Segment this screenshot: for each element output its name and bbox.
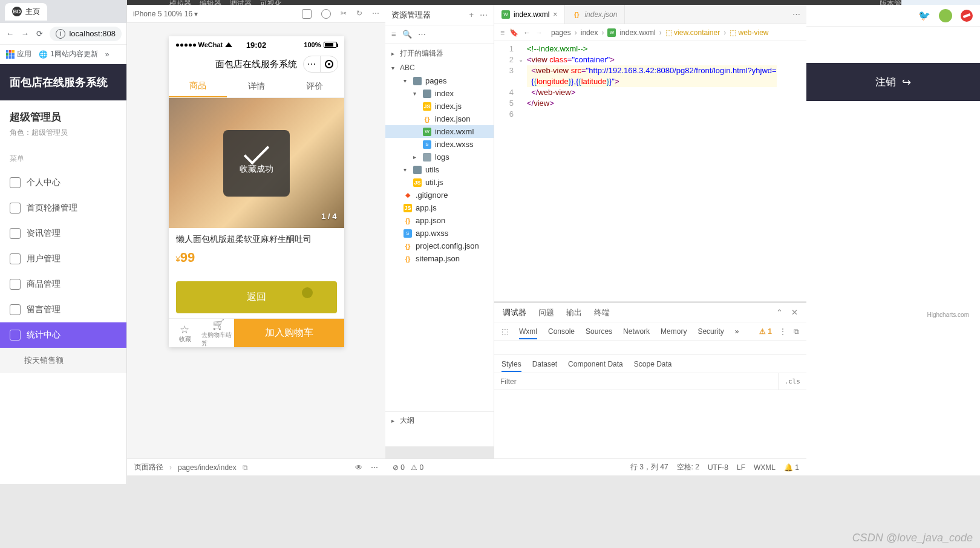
file-app-json[interactable]: {}app.json	[385, 214, 494, 227]
screenshot-icon[interactable]	[302, 9, 312, 19]
styletab-styles[interactable]: Styles	[501, 360, 521, 372]
apps-button[interactable]: 应用	[6, 49, 31, 59]
bird-icon[interactable]: 🐦	[918, 10, 930, 21]
sidebar-item-banner[interactable]: 首页轮播管理	[0, 195, 126, 221]
file-index-wxml[interactable]: Windex.wxml	[385, 125, 494, 138]
tab-product[interactable]: 商品	[169, 75, 227, 97]
sidebar-item-products[interactable]: 商品管理	[0, 272, 126, 297]
back-icon[interactable]: ←	[5, 27, 15, 41]
more-icon[interactable]: ⋯	[372, 9, 379, 19]
file-sitemap[interactable]: {}sitemap.json	[385, 252, 494, 265]
sidebar-item-stats[interactable]: 统计中心	[0, 322, 126, 348]
avatar-icon[interactable]	[939, 9, 952, 22]
tab-debugger[interactable]: 调试器	[503, 307, 526, 318]
collapse-icon[interactable]: ≡	[391, 30, 396, 39]
inspect-icon[interactable]: ⬚	[501, 327, 508, 336]
forward-icon[interactable]: →	[20, 27, 30, 41]
lang-info[interactable]: WXML	[754, 463, 776, 472]
warning-badge[interactable]: ⚠ 1	[759, 327, 772, 336]
browser-tab[interactable]: BD 主页	[5, 3, 47, 21]
file-app-wxss[interactable]: Sapp.wxss	[385, 227, 494, 240]
bc-webview[interactable]: ⬚ web-view	[730, 28, 768, 37]
product-image[interactable]: 1 / 4 收藏成功	[169, 98, 344, 228]
folder-utils[interactable]: ▾utils	[385, 163, 494, 176]
notification-count[interactable]: 🔔 1	[784, 463, 799, 472]
folder-logs[interactable]: ▸logs	[385, 151, 494, 163]
capsule-close-icon[interactable]	[321, 56, 338, 72]
file-app-js[interactable]: JSapp.js	[385, 201, 494, 214]
copy-path-icon[interactable]: ⧉	[243, 463, 248, 472]
devtab-wxml[interactable]: Wxml	[519, 327, 537, 339]
sidebar-item-users[interactable]: 用户管理	[0, 246, 126, 272]
sidebar-item-profile[interactable]: 个人中心	[0, 170, 126, 195]
styles-filter-input[interactable]	[494, 373, 778, 390]
devtab-console[interactable]: Console	[548, 327, 575, 336]
collapse-icon[interactable]: ⌃	[776, 308, 783, 317]
tab-review[interactable]: 评价	[286, 75, 344, 97]
devtab-memory[interactable]: Memory	[661, 327, 687, 336]
rotate-icon[interactable]: ↻	[356, 9, 362, 19]
styletab-dataset[interactable]: Dataset	[532, 360, 557, 368]
editor-tab-json[interactable]: {} index.json	[565, 5, 625, 24]
warning-count[interactable]: ⚠ 0	[411, 463, 423, 472]
reload-icon[interactable]: ⟳	[35, 27, 45, 41]
back-button[interactable]: 返回	[176, 281, 337, 313]
tab-problems[interactable]: 问题	[538, 307, 554, 318]
devtab-sources[interactable]: Sources	[586, 327, 612, 336]
indent-info[interactable]: 空格: 2	[677, 462, 699, 472]
bc-back-icon[interactable]: ←	[523, 28, 531, 37]
sidebar-item-news[interactable]: 资讯管理	[0, 221, 126, 246]
editor-more-icon[interactable]: ⋯	[792, 10, 800, 19]
record-icon[interactable]	[321, 9, 331, 19]
devtab-network[interactable]: Network	[623, 327, 650, 336]
cut-icon[interactable]: ✂	[341, 9, 347, 19]
file-project-config[interactable]: {}project.config.json	[385, 240, 494, 252]
search-more-icon[interactable]: ⋯	[418, 30, 426, 39]
open-editors-section[interactable]: ▸打开的编辑器	[385, 46, 494, 61]
bookmark-more[interactable]: »	[105, 50, 109, 59]
sidebar-item-messages[interactable]: 留言管理	[0, 297, 126, 322]
tab-terminal[interactable]: 终端	[594, 307, 610, 318]
encoding-info[interactable]: UTF-8	[708, 463, 728, 472]
more-icon[interactable]: ⋯	[371, 463, 378, 472]
favorite-button[interactable]: 收藏	[169, 319, 201, 347]
sidebar-subitem-daily-sales[interactable]: 按天销售额	[0, 348, 126, 373]
eye-icon[interactable]: 👁	[355, 463, 362, 472]
settings-icon[interactable]: ⋮	[779, 327, 786, 336]
stop-icon[interactable]	[961, 10, 973, 22]
outline-section[interactable]: ▸大纲	[385, 411, 494, 429]
bc-index[interactable]: index	[581, 28, 598, 37]
device-selector[interactable]: iPhone 5 100% 16 ▾	[133, 10, 302, 18]
devtab-more-icon[interactable]: »	[735, 327, 739, 336]
bc-bookmark-icon[interactable]: 🔖	[509, 28, 518, 37]
capsule-more-icon[interactable]: ⋯	[304, 56, 321, 72]
devtab-security[interactable]: Security	[697, 327, 724, 336]
cls-button[interactable]: .cls	[778, 373, 807, 390]
editor-tab-wxml[interactable]: W index.wxml ×	[494, 5, 565, 24]
url-bar[interactable]: i localhost:808	[50, 27, 122, 41]
logout-button[interactable]: 注销	[806, 63, 980, 101]
file-index-json[interactable]: {}index.json	[385, 113, 494, 125]
file-index-wxss[interactable]: Sindex.wxss	[385, 138, 494, 151]
styletab-scope[interactable]: Scope Data	[634, 360, 672, 368]
file-index-js[interactable]: JSindex.js	[385, 100, 494, 113]
bc-list-icon[interactable]: ≡	[500, 28, 505, 37]
bc-forward-icon[interactable]: →	[535, 28, 543, 37]
tab-detail[interactable]: 详情	[227, 75, 286, 97]
project-root[interactable]: ▾ABC	[385, 61, 494, 74]
bc-view[interactable]: ⬚ view.container	[665, 28, 720, 37]
styletab-component[interactable]: Component Data	[568, 360, 623, 368]
tab-output[interactable]: 输出	[566, 307, 582, 318]
folder-pages[interactable]: ▾pages	[385, 74, 494, 87]
search-icon[interactable]: 🔍	[402, 30, 412, 39]
folder-index[interactable]: ▾index	[385, 87, 494, 100]
explorer-more-icon[interactable]: ⋯	[480, 10, 488, 19]
file-util-js[interactable]: JSutil.js	[385, 176, 494, 189]
code-editor[interactable]: 123456 ⌄ <!--index.wxml--> <view class="…	[494, 41, 806, 122]
close-panel-icon[interactable]: ✕	[791, 308, 798, 317]
add-file-icon[interactable]: +	[469, 10, 474, 19]
bc-file[interactable]: index.wxml	[619, 28, 655, 37]
goto-cart-button[interactable]: 去购物车结算	[201, 319, 234, 347]
error-count[interactable]: ⊘ 0	[393, 463, 405, 472]
close-tab-icon[interactable]: ×	[553, 10, 557, 19]
